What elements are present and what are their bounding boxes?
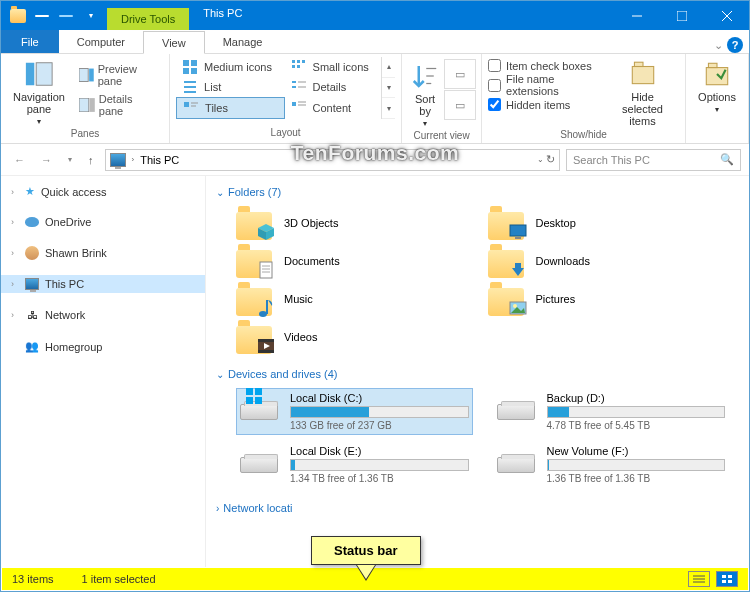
drive-icon [240, 392, 280, 424]
network-icon: 🖧 [25, 308, 39, 322]
drive-free: 1.34 TB free of 1.36 TB [290, 473, 469, 484]
close-button[interactable] [704, 1, 749, 30]
svg-rect-17 [292, 65, 295, 68]
svg-rect-11 [191, 60, 197, 66]
folder-documents[interactable]: Documents [236, 244, 468, 278]
drive-label: Backup (D:) [547, 392, 726, 404]
details-view-button[interactable] [688, 571, 710, 587]
folders-section-header[interactable]: ⌄Folders (7) [216, 182, 739, 202]
minimize-button[interactable] [614, 1, 659, 30]
drive-f[interactable]: New Volume (F:)1.36 TB free of 1.36 TB [493, 441, 730, 488]
address-bar[interactable]: › This PC ⌄↻ [105, 149, 561, 171]
svg-rect-43 [510, 225, 526, 236]
layout-tiles[interactable]: Tiles [176, 97, 284, 119]
drives-section-header[interactable]: ⌄Devices and drives (4) [216, 364, 739, 384]
thumbnails-view-button[interactable] [716, 571, 738, 587]
status-item-count: 13 items [12, 573, 54, 585]
search-placeholder: Search This PC [573, 154, 650, 166]
nav-this-pc[interactable]: ›This PC [1, 275, 205, 293]
tab-view[interactable]: View [143, 31, 205, 54]
svg-rect-51 [266, 300, 268, 314]
hide-selected-button[interactable]: Hide selected items [606, 57, 679, 129]
back-button[interactable]: ← [9, 152, 30, 168]
svg-rect-16 [302, 60, 305, 63]
svg-rect-4 [26, 63, 34, 86]
address-bar-row: ← → ▾ ↑ › This PC ⌄↻ Search This PC 🔍 [1, 144, 749, 176]
ribbon-collapse-icon[interactable]: ⌄ [714, 39, 723, 52]
file-extensions-toggle[interactable]: File name extensions [488, 73, 600, 97]
qat-properties-icon[interactable] [31, 5, 53, 27]
up-button[interactable]: ↑ [83, 152, 99, 168]
item-checkboxes-toggle[interactable]: Item check boxes [488, 59, 600, 72]
cube-icon [256, 222, 276, 242]
addcolumns-button[interactable]: ▭ [444, 90, 476, 120]
desktop-icon [508, 222, 528, 242]
svg-rect-10 [183, 60, 189, 66]
layout-details[interactable]: Details [285, 77, 382, 97]
layout-list[interactable]: List [176, 77, 284, 97]
drive-e[interactable]: Local Disk (E:)1.34 TB free of 1.36 TB [236, 441, 473, 488]
drive-free: 133 GB free of 237 GB [290, 420, 469, 431]
svg-rect-59 [246, 388, 253, 395]
drive-label: New Volume (F:) [547, 445, 726, 457]
folder-music[interactable]: Music [236, 282, 468, 316]
svg-marker-49 [512, 263, 524, 276]
sort-by-button[interactable]: Sort by ▾ [408, 59, 442, 130]
svg-rect-66 [722, 575, 726, 578]
breadcrumb[interactable]: This PC [140, 154, 179, 166]
network-section-header[interactable]: ›Network locati [216, 498, 739, 518]
ribbon: Navigation pane ▾ Preview pane Details p… [1, 54, 749, 144]
document-icon [256, 260, 276, 280]
nav-network[interactable]: ›🖧Network [1, 305, 205, 325]
svg-rect-26 [184, 102, 189, 107]
svg-rect-9 [90, 98, 95, 112]
app-icon[interactable] [7, 5, 29, 27]
options-button[interactable]: Options ▾ [692, 57, 742, 116]
svg-rect-1 [677, 11, 687, 21]
preview-pane-button[interactable]: Preview pane [75, 61, 163, 89]
folder-videos[interactable]: Videos [236, 320, 468, 354]
search-icon: 🔍 [720, 153, 734, 166]
qat-newfolder-icon[interactable] [55, 5, 77, 27]
refresh-icon[interactable]: ↻ [546, 153, 555, 166]
maximize-button[interactable] [659, 1, 704, 30]
homegroup-icon: 👥 [25, 340, 39, 353]
drive-c[interactable]: Local Disk (C:)133 GB free of 237 GB [236, 388, 473, 435]
search-box[interactable]: Search This PC 🔍 [566, 149, 741, 171]
tab-computer[interactable]: Computer [59, 30, 143, 53]
tab-file[interactable]: File [1, 30, 59, 53]
nav-quick-access[interactable]: ›★Quick access [1, 182, 205, 201]
svg-rect-56 [258, 339, 274, 342]
windows-logo-icon [246, 388, 262, 404]
person-icon [25, 246, 39, 260]
drive-free: 4.78 TB free of 5.45 TB [547, 420, 726, 431]
folder-desktop[interactable]: Desktop [488, 206, 720, 240]
details-pane-button[interactable]: Details pane [75, 91, 163, 119]
folder-3d-objects[interactable]: 3D Objects [236, 206, 468, 240]
nav-onedrive[interactable]: ›OneDrive [1, 213, 205, 231]
drive-d[interactable]: Backup (D:)4.78 TB free of 5.45 TB [493, 388, 730, 435]
quick-access-toolbar: ▾ [1, 1, 107, 30]
nav-homegroup[interactable]: 👥Homegroup [1, 337, 205, 356]
tab-manage[interactable]: Manage [205, 30, 281, 53]
nav-user[interactable]: ›Shawn Brink [1, 243, 205, 263]
recent-dropdown[interactable]: ▾ [63, 153, 77, 166]
help-icon[interactable]: ? [727, 37, 743, 53]
layout-medium-icons[interactable]: Medium icons [176, 57, 284, 77]
callout-annotation: Status bar [311, 536, 421, 579]
contextual-tab-label: Drive Tools [107, 8, 189, 30]
qat-customize-icon[interactable]: ▾ [79, 5, 101, 27]
folder-pictures[interactable]: Pictures [488, 282, 720, 316]
thispc-icon [110, 153, 126, 167]
folder-downloads[interactable]: Downloads [488, 244, 720, 278]
hidden-items-toggle[interactable]: Hidden items [488, 98, 600, 111]
forward-button[interactable]: → [36, 152, 57, 168]
navigation-pane-button[interactable]: Navigation pane ▾ [7, 57, 71, 128]
cloud-icon [25, 217, 39, 227]
layout-content[interactable]: Content [285, 97, 382, 119]
layout-scroll[interactable]: ▴▾▾ [381, 57, 395, 119]
layout-small-icons[interactable]: Small icons [285, 57, 382, 77]
svg-rect-69 [728, 580, 732, 583]
groupby-button[interactable]: ▭ [444, 59, 476, 89]
navigation-pane: ›★Quick access ›OneDrive ›Shawn Brink ›T… [1, 176, 206, 567]
